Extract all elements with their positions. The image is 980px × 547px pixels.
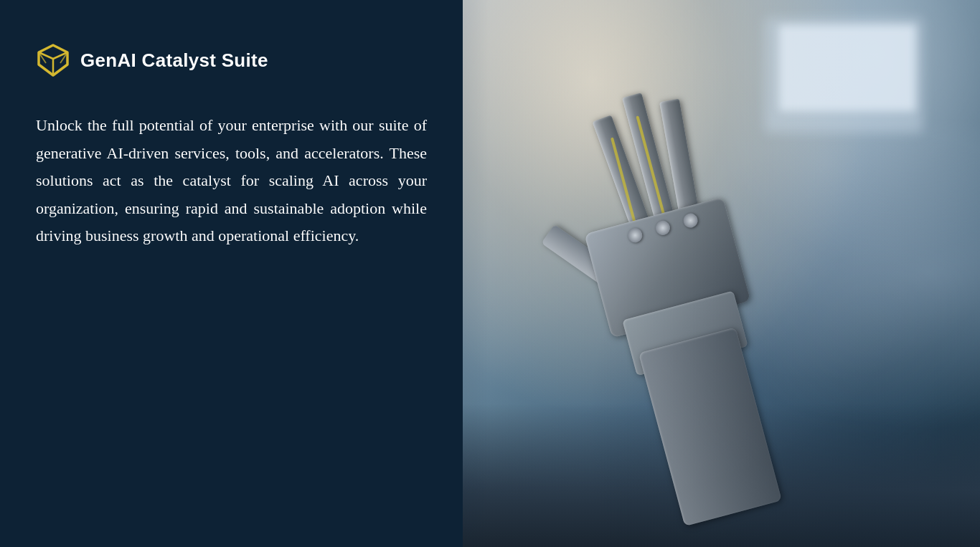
brand-logo-icon [36,43,70,77]
left-panel: GenAI Catalyst Suite Unlock the full pot… [0,0,463,547]
page-container: GenAI Catalyst Suite Unlock the full pot… [0,0,980,547]
robot-hand-visual [463,0,980,547]
right-panel [463,0,980,547]
logo-area: GenAI Catalyst Suite [36,43,427,77]
photo-overlay [463,0,980,547]
brand-title: GenAI Catalyst Suite [80,49,268,72]
description-text: Unlock the full potential of your enterp… [36,112,427,504]
